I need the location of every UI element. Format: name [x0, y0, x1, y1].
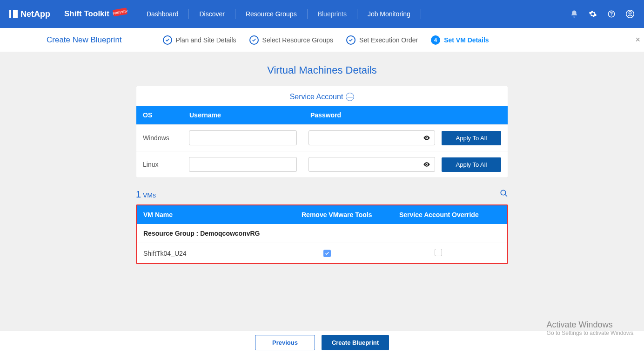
- previous-button[interactable]: Previous: [255, 335, 315, 350]
- company-name: NetApp: [20, 9, 50, 19]
- windows-username-input[interactable]: [189, 130, 297, 145]
- product-name: Shift Toolkit: [64, 9, 109, 19]
- col-username: Username: [189, 111, 310, 119]
- gear-icon[interactable]: [588, 9, 597, 19]
- check-icon: [163, 35, 172, 45]
- service-account-header[interactable]: Service Account —: [136, 86, 508, 106]
- nav-job-monitoring[interactable]: Job Monitoring: [357, 9, 421, 19]
- nav-icon-group: [570, 9, 635, 19]
- check-icon: [346, 35, 356, 45]
- vm-count-bar: 1 VMs: [136, 189, 508, 200]
- nav-links: Dashboard Discover Resource Groups Bluep…: [136, 9, 421, 19]
- eye-icon[interactable]: [423, 134, 430, 143]
- windows-password-input[interactable]: [309, 130, 435, 145]
- nav-blueprints[interactable]: Blueprints: [307, 9, 357, 19]
- vm-table-header: VM Name Remove VMware Tools Service Acco…: [137, 205, 507, 224]
- col-override: Service Account Override: [399, 211, 501, 218]
- svg-point-4: [501, 190, 506, 195]
- os-label: Windows: [143, 134, 189, 142]
- vm-table: VM Name Remove VMware Tools Service Acco…: [136, 204, 508, 264]
- col-os: OS: [143, 111, 189, 119]
- step-number-icon: 4: [431, 35, 440, 45]
- service-account-columns: OS Username Password: [136, 106, 508, 124]
- step-plan-site[interactable]: Plan and Site Details: [163, 35, 236, 45]
- apply-all-windows-button[interactable]: Apply To All: [442, 131, 501, 145]
- override-checkbox[interactable]: [435, 249, 442, 256]
- remove-tools-checkbox[interactable]: [323, 250, 331, 257]
- step-exec-order[interactable]: Set Execution Order: [346, 35, 418, 45]
- resource-group-row: Resource Group : DemoqcowconvRG: [137, 224, 507, 243]
- netapp-logo-icon: [9, 10, 18, 18]
- svc-row-windows: Windows Apply To All: [136, 124, 508, 151]
- preview-badge: PREVIEW: [113, 8, 127, 17]
- linux-password-input[interactable]: [309, 157, 435, 172]
- table-row: ShiftTk04_U24: [137, 243, 507, 263]
- close-icon[interactable]: ×: [635, 35, 640, 45]
- vm-count: 1 VMs: [136, 189, 156, 200]
- linux-username-input[interactable]: [189, 157, 297, 172]
- col-vmname: VM Name: [143, 211, 302, 218]
- nav-dashboard[interactable]: Dashboard: [136, 9, 189, 19]
- check-icon: [249, 35, 259, 45]
- svg-point-1: [611, 15, 611, 16]
- step-vm-details[interactable]: 4 Set VM Details: [431, 35, 489, 45]
- step-select-rg[interactable]: Select Resource Groups: [249, 35, 334, 45]
- wizard-bar: Create New Blueprint Plan and Site Detai…: [0, 28, 644, 52]
- svc-row-linux: Linux Apply To All: [136, 151, 508, 177]
- bell-icon[interactable]: [570, 9, 579, 19]
- os-label: Linux: [143, 161, 189, 168]
- user-icon[interactable]: [625, 9, 635, 19]
- eye-icon[interactable]: [423, 161, 430, 170]
- wizard-title: Create New Blueprint: [47, 35, 122, 45]
- help-icon[interactable]: [607, 9, 616, 19]
- nav-discover[interactable]: Discover: [188, 9, 235, 19]
- create-blueprint-button[interactable]: Create Blueprint: [322, 335, 389, 350]
- service-account-panel: Service Account — OS Username Password W…: [136, 86, 508, 178]
- main-content: Virtual Machines Details Service Account…: [0, 52, 644, 306]
- search-icon[interactable]: [500, 189, 508, 199]
- collapse-icon[interactable]: —: [346, 93, 354, 101]
- col-password: Password: [310, 111, 501, 119]
- windows-watermark: Activate Windows Go to Settings to activ…: [547, 320, 635, 336]
- col-remove-tools: Remove VMware Tools: [302, 211, 399, 218]
- vm-name: ShiftTk04_U24: [143, 250, 302, 257]
- page-title: Virtual Machines Details: [267, 64, 377, 76]
- svg-point-3: [629, 12, 631, 14]
- brand: NetApp: [9, 9, 50, 19]
- apply-all-linux-button[interactable]: Apply To All: [442, 157, 501, 172]
- top-navbar: NetApp Shift Toolkit PREVIEW Dashboard D…: [0, 0, 644, 28]
- nav-resource-groups[interactable]: Resource Groups: [235, 9, 307, 19]
